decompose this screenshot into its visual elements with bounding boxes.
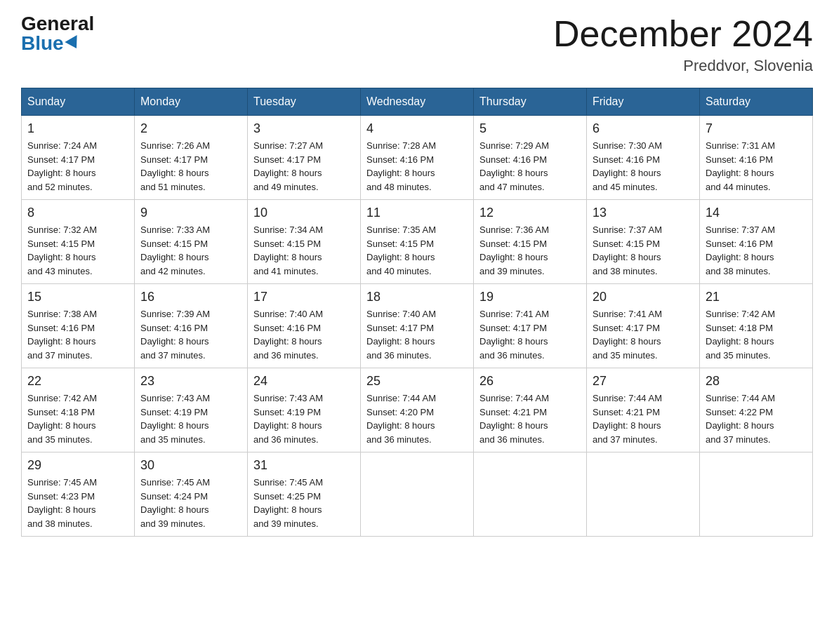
day-info: Sunrise: 7:44 AMSunset: 4:20 PMDaylight:… xyxy=(366,391,468,446)
day-cell-15: 15Sunrise: 7:38 AMSunset: 4:16 PMDayligh… xyxy=(22,284,135,368)
day-cell-16: 16Sunrise: 7:39 AMSunset: 4:16 PMDayligh… xyxy=(135,284,248,368)
day-info: Sunrise: 7:34 AMSunset: 4:15 PMDaylight:… xyxy=(253,223,355,278)
empty-cell-w4-d6 xyxy=(700,452,813,537)
empty-cell-w4-d5 xyxy=(587,452,700,537)
header-monday: Monday xyxy=(135,88,248,116)
day-info: Sunrise: 7:40 AMSunset: 4:17 PMDaylight:… xyxy=(366,307,468,362)
day-number: 19 xyxy=(479,290,581,304)
day-cell-14: 14Sunrise: 7:37 AMSunset: 4:16 PMDayligh… xyxy=(700,200,813,284)
logo: General Blue xyxy=(21,14,94,53)
day-number: 11 xyxy=(366,206,468,220)
day-number: 16 xyxy=(140,290,241,304)
day-info: Sunrise: 7:44 AMSunset: 4:21 PMDaylight:… xyxy=(593,391,694,446)
day-cell-20: 20Sunrise: 7:41 AMSunset: 4:17 PMDayligh… xyxy=(587,284,700,368)
week-row-1: 1Sunrise: 7:24 AMSunset: 4:17 PMDaylight… xyxy=(22,116,813,200)
day-cell-3: 3Sunrise: 7:27 AMSunset: 4:17 PMDaylight… xyxy=(248,116,361,200)
day-info: Sunrise: 7:26 AMSunset: 4:17 PMDaylight:… xyxy=(140,139,241,194)
day-number: 10 xyxy=(253,206,355,220)
logo-triangle-icon xyxy=(65,35,82,52)
title-block: December 2024 Preddvor, Slovenia xyxy=(553,14,813,75)
day-info: Sunrise: 7:28 AMSunset: 4:16 PMDaylight:… xyxy=(366,139,468,194)
day-info: Sunrise: 7:31 AMSunset: 4:16 PMDaylight:… xyxy=(706,139,807,194)
week-row-2: 8Sunrise: 7:32 AMSunset: 4:15 PMDaylight… xyxy=(22,200,813,284)
day-cell-19: 19Sunrise: 7:41 AMSunset: 4:17 PMDayligh… xyxy=(474,284,587,368)
day-cell-21: 21Sunrise: 7:42 AMSunset: 4:18 PMDayligh… xyxy=(700,284,813,368)
day-cell-12: 12Sunrise: 7:36 AMSunset: 4:15 PMDayligh… xyxy=(474,200,587,284)
calendar-table: SundayMondayTuesdayWednesdayThursdayFrid… xyxy=(21,88,813,537)
day-number: 12 xyxy=(479,206,581,220)
empty-cell-w4-d4 xyxy=(474,452,587,537)
day-info: Sunrise: 7:36 AMSunset: 4:15 PMDaylight:… xyxy=(479,223,581,278)
day-number: 13 xyxy=(593,206,694,220)
day-info: Sunrise: 7:29 AMSunset: 4:16 PMDaylight:… xyxy=(479,139,581,194)
day-cell-28: 28Sunrise: 7:44 AMSunset: 4:22 PMDayligh… xyxy=(700,368,813,452)
header-wednesday: Wednesday xyxy=(361,88,474,116)
header-sunday: Sunday xyxy=(22,88,135,116)
day-cell-17: 17Sunrise: 7:40 AMSunset: 4:16 PMDayligh… xyxy=(248,284,361,368)
day-number: 20 xyxy=(593,290,694,304)
week-row-3: 15Sunrise: 7:38 AMSunset: 4:16 PMDayligh… xyxy=(22,284,813,368)
day-cell-10: 10Sunrise: 7:34 AMSunset: 4:15 PMDayligh… xyxy=(248,200,361,284)
day-number: 1 xyxy=(27,121,128,136)
day-info: Sunrise: 7:37 AMSunset: 4:16 PMDaylight:… xyxy=(706,223,807,278)
day-number: 14 xyxy=(706,206,807,220)
day-cell-5: 5Sunrise: 7:29 AMSunset: 4:16 PMDaylight… xyxy=(474,116,587,200)
day-number: 4 xyxy=(366,121,468,136)
day-cell-29: 29Sunrise: 7:45 AMSunset: 4:23 PMDayligh… xyxy=(22,452,135,537)
day-info: Sunrise: 7:35 AMSunset: 4:15 PMDaylight:… xyxy=(366,223,468,278)
day-number: 8 xyxy=(27,206,128,220)
day-info: Sunrise: 7:32 AMSunset: 4:15 PMDaylight:… xyxy=(27,223,128,278)
day-number: 3 xyxy=(253,121,355,136)
day-number: 25 xyxy=(366,374,468,389)
day-cell-22: 22Sunrise: 7:42 AMSunset: 4:18 PMDayligh… xyxy=(22,368,135,452)
day-number: 2 xyxy=(140,121,241,136)
day-cell-18: 18Sunrise: 7:40 AMSunset: 4:17 PMDayligh… xyxy=(361,284,474,368)
day-info: Sunrise: 7:39 AMSunset: 4:16 PMDaylight:… xyxy=(140,307,241,362)
day-info: Sunrise: 7:44 AMSunset: 4:22 PMDaylight:… xyxy=(706,391,807,446)
day-number: 6 xyxy=(593,121,694,136)
day-number: 23 xyxy=(140,374,241,389)
day-cell-7: 7Sunrise: 7:31 AMSunset: 4:16 PMDaylight… xyxy=(700,116,813,200)
day-number: 15 xyxy=(27,290,128,304)
day-cell-30: 30Sunrise: 7:45 AMSunset: 4:24 PMDayligh… xyxy=(135,452,248,537)
day-info: Sunrise: 7:42 AMSunset: 4:18 PMDaylight:… xyxy=(706,307,807,362)
page-header: General Blue December 2024 Preddvor, Slo… xyxy=(21,14,813,75)
day-number: 9 xyxy=(140,206,241,220)
day-number: 28 xyxy=(706,374,807,389)
week-row-5: 29Sunrise: 7:45 AMSunset: 4:23 PMDayligh… xyxy=(22,452,813,537)
day-info: Sunrise: 7:42 AMSunset: 4:18 PMDaylight:… xyxy=(27,391,128,446)
day-info: Sunrise: 7:41 AMSunset: 4:17 PMDaylight:… xyxy=(593,307,694,362)
day-cell-9: 9Sunrise: 7:33 AMSunset: 4:15 PMDaylight… xyxy=(135,200,248,284)
day-number: 7 xyxy=(706,121,807,136)
location-subtitle: Preddvor, Slovenia xyxy=(553,57,813,75)
day-number: 31 xyxy=(253,458,355,473)
day-number: 27 xyxy=(593,374,694,389)
header-thursday: Thursday xyxy=(474,88,587,116)
day-number: 29 xyxy=(27,458,128,473)
day-number: 24 xyxy=(253,374,355,389)
day-info: Sunrise: 7:30 AMSunset: 4:16 PMDaylight:… xyxy=(593,139,694,194)
day-cell-27: 27Sunrise: 7:44 AMSunset: 4:21 PMDayligh… xyxy=(587,368,700,452)
day-cell-26: 26Sunrise: 7:44 AMSunset: 4:21 PMDayligh… xyxy=(474,368,587,452)
day-info: Sunrise: 7:45 AMSunset: 4:25 PMDaylight:… xyxy=(253,476,355,530)
header-saturday: Saturday xyxy=(700,88,813,116)
day-number: 21 xyxy=(706,290,807,304)
day-number: 30 xyxy=(140,458,241,473)
day-info: Sunrise: 7:44 AMSunset: 4:21 PMDaylight:… xyxy=(479,391,581,446)
day-cell-8: 8Sunrise: 7:32 AMSunset: 4:15 PMDaylight… xyxy=(22,200,135,284)
day-number: 18 xyxy=(366,290,468,304)
day-cell-4: 4Sunrise: 7:28 AMSunset: 4:16 PMDaylight… xyxy=(361,116,474,200)
day-number: 5 xyxy=(479,121,581,136)
day-info: Sunrise: 7:45 AMSunset: 4:23 PMDaylight:… xyxy=(27,476,128,530)
day-number: 26 xyxy=(479,374,581,389)
day-info: Sunrise: 7:27 AMSunset: 4:17 PMDaylight:… xyxy=(253,139,355,194)
day-info: Sunrise: 7:24 AMSunset: 4:17 PMDaylight:… xyxy=(27,139,128,194)
day-number: 22 xyxy=(27,374,128,389)
day-cell-25: 25Sunrise: 7:44 AMSunset: 4:20 PMDayligh… xyxy=(361,368,474,452)
month-title: December 2024 xyxy=(553,14,813,54)
day-cell-24: 24Sunrise: 7:43 AMSunset: 4:19 PMDayligh… xyxy=(248,368,361,452)
day-info: Sunrise: 7:37 AMSunset: 4:15 PMDaylight:… xyxy=(593,223,694,278)
day-cell-23: 23Sunrise: 7:43 AMSunset: 4:19 PMDayligh… xyxy=(135,368,248,452)
header-tuesday: Tuesday xyxy=(248,88,361,116)
day-cell-6: 6Sunrise: 7:30 AMSunset: 4:16 PMDaylight… xyxy=(587,116,700,200)
